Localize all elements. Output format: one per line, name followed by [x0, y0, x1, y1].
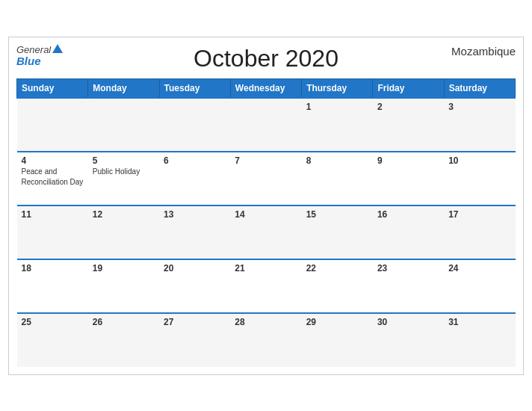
- day-number: 3: [448, 102, 510, 112]
- calendar-cell: 7: [230, 152, 301, 206]
- day-number: 25: [22, 317, 84, 327]
- calendar-cell: 1: [302, 98, 373, 152]
- day-number: 1: [306, 102, 368, 112]
- day-number: 8: [306, 155, 368, 166]
- day-number: 27: [164, 317, 226, 327]
- calendar-body: 1234Peace and Reconciliation Day5Public …: [17, 98, 516, 367]
- calendar-cell: 31: [444, 313, 515, 367]
- header-sunday: Sunday: [17, 78, 88, 98]
- day-number: 16: [377, 209, 439, 220]
- calendar-title: October 2020: [16, 45, 516, 72]
- calendar-container: General Blue October 2020 Mozambique Sun…: [8, 37, 524, 375]
- header-wednesday: Wednesday: [230, 78, 301, 98]
- calendar-cell: 5Public Holiday: [88, 152, 159, 206]
- day-number: 10: [448, 155, 510, 166]
- calendar-cell: [159, 98, 230, 152]
- calendar-cell: 8: [302, 152, 373, 206]
- calendar-week-row: 123: [17, 98, 516, 152]
- calendar-week-row: 11121314151617: [17, 206, 516, 259]
- day-number: 24: [448, 263, 510, 274]
- day-number: 23: [377, 263, 439, 274]
- header-friday: Friday: [373, 78, 444, 98]
- header-monday: Monday: [88, 78, 159, 98]
- day-number: 7: [235, 155, 297, 166]
- calendar-cell: 10: [444, 152, 515, 206]
- calendar-cell: 12: [88, 206, 159, 259]
- header-saturday: Saturday: [444, 78, 515, 98]
- event-label: Peace and Reconciliation Day: [22, 167, 84, 186]
- day-number: 18: [22, 263, 84, 274]
- calendar-cell: 21: [230, 259, 301, 313]
- calendar-cell: 2: [373, 98, 444, 152]
- day-number: 22: [306, 263, 368, 274]
- day-number: 31: [448, 317, 510, 327]
- day-number: 2: [377, 102, 439, 112]
- day-number: 15: [306, 209, 368, 220]
- calendar-cell: 16: [373, 206, 444, 259]
- calendar-cell: 28: [230, 313, 301, 367]
- day-number: 11: [22, 209, 84, 220]
- calendar-cell: 29: [302, 313, 373, 367]
- day-number: 4: [22, 155, 84, 166]
- logo-general-text: General: [16, 45, 63, 55]
- calendar-week-row: 4Peace and Reconciliation Day5Public Hol…: [17, 152, 516, 206]
- header-thursday: Thursday: [302, 78, 373, 98]
- day-number: 6: [164, 155, 226, 166]
- weekday-header-row: Sunday Monday Tuesday Wednesday Thursday…: [17, 78, 516, 98]
- calendar-week-row: 25262728293031: [17, 313, 516, 367]
- calendar-cell: 13: [159, 206, 230, 259]
- calendar-cell: 24: [444, 259, 515, 313]
- day-number: 19: [93, 263, 155, 274]
- day-number: 17: [448, 209, 510, 220]
- calendar-cell: 27: [159, 313, 230, 367]
- day-number: 28: [235, 317, 297, 327]
- calendar-cell: 20: [159, 259, 230, 313]
- calendar-cell: 15: [302, 206, 373, 259]
- calendar-cell: 6: [159, 152, 230, 206]
- calendar-cell: 9: [373, 152, 444, 206]
- calendar-cell: 23: [373, 259, 444, 313]
- calendar-cell: 11: [17, 206, 88, 259]
- calendar-header: General Blue October 2020 Mozambique: [16, 45, 516, 72]
- day-number: 9: [377, 155, 439, 166]
- calendar-week-row: 18192021222324: [17, 259, 516, 313]
- day-number: 12: [93, 209, 155, 220]
- logo-blue-text: Blue: [16, 55, 63, 68]
- calendar-cell: 30: [373, 313, 444, 367]
- calendar-cell: [17, 98, 88, 152]
- calendar-cell: 18: [17, 259, 88, 313]
- calendar-cell: 22: [302, 259, 373, 313]
- day-number: 20: [164, 263, 226, 274]
- calendar-cell: 25: [17, 313, 88, 367]
- calendar-cell: [88, 98, 159, 152]
- day-number: 21: [235, 263, 297, 274]
- day-number: 30: [377, 317, 439, 327]
- calendar-cell: 26: [88, 313, 159, 367]
- logo-triangle-icon: [52, 44, 63, 53]
- day-number: 5: [93, 155, 155, 166]
- calendar-cell: 3: [444, 98, 515, 152]
- day-number: 26: [93, 317, 155, 327]
- day-number: 29: [306, 317, 368, 327]
- calendar-cell: 17: [444, 206, 515, 259]
- header-tuesday: Tuesday: [159, 78, 230, 98]
- country-label: Mozambique: [451, 45, 516, 58]
- day-number: 13: [164, 209, 226, 220]
- day-number: 14: [235, 209, 297, 220]
- calendar-cell: [230, 98, 301, 152]
- calendar-cell: 14: [230, 206, 301, 259]
- logo: General Blue: [16, 45, 63, 68]
- calendar-cell: 4Peace and Reconciliation Day: [17, 152, 88, 206]
- calendar-cell: 19: [88, 259, 159, 313]
- event-label: Public Holiday: [93, 167, 140, 176]
- calendar-grid: Sunday Monday Tuesday Wednesday Thursday…: [16, 78, 516, 367]
